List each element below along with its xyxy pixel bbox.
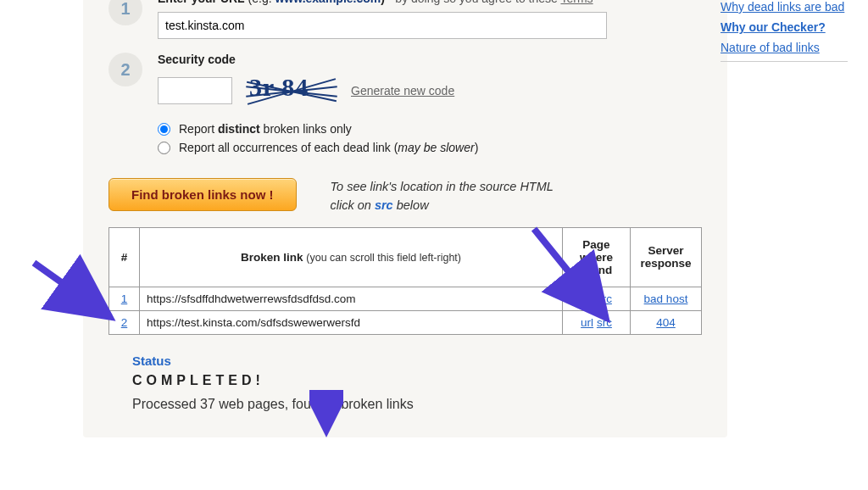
page-src-link[interactable]: src bbox=[597, 292, 612, 305]
step-1-row: 1 Enter your URL (e.g. www.example.com) … bbox=[108, 0, 702, 39]
url-input[interactable] bbox=[158, 12, 607, 39]
radio-distinct[interactable] bbox=[158, 123, 170, 136]
sidebar-divider bbox=[721, 61, 848, 62]
page-src-link[interactable]: src bbox=[597, 316, 612, 329]
sidebar-link-bad[interactable]: Why dead links are bad bbox=[721, 0, 848, 14]
action-row: Find broken links now ! To see link's lo… bbox=[108, 178, 702, 215]
page-url-link[interactable]: url bbox=[581, 316, 593, 329]
col-page: Page where found bbox=[563, 227, 631, 287]
sidebar-links: Why dead links are bad Why our Checker? … bbox=[721, 0, 848, 62]
find-links-button[interactable]: Find broken links now ! bbox=[108, 178, 297, 211]
col-resp: Server response bbox=[631, 227, 702, 287]
status-label: Status bbox=[132, 354, 702, 368]
table-row: 2 https://test.kinsta.com/sdfsdswewerwer… bbox=[109, 310, 702, 334]
status-result: Processed 37 web pages, found 2 broken l… bbox=[132, 397, 702, 412]
captcha-image: 3r 84 bbox=[249, 73, 334, 109]
row-num-link[interactable]: 2 bbox=[121, 316, 128, 329]
broken-url-cell: https://test.kinsta.com/sdfsdswewerwersf… bbox=[140, 310, 563, 334]
col-broken: Broken link (you can scroll this field l… bbox=[140, 227, 563, 287]
terms-link[interactable]: Terms bbox=[560, 0, 593, 5]
row-num-link[interactable]: 1 bbox=[121, 292, 128, 305]
radio-distinct-row[interactable]: Report distinct broken links only bbox=[158, 122, 702, 136]
radio-all[interactable] bbox=[158, 142, 170, 154]
sidebar-link-nature[interactable]: Nature of bad links bbox=[721, 41, 848, 54]
step-2-badge: 2 bbox=[108, 53, 142, 86]
src-hint-text: To see link's location in the source HTM… bbox=[331, 178, 554, 215]
table-header-row: # Broken link (you can scroll this field… bbox=[109, 227, 702, 287]
results-table: # Broken link (you can scroll this field… bbox=[108, 227, 702, 335]
radio-all-row[interactable]: Report all occurrences of each dead link… bbox=[158, 141, 702, 154]
broken-url-cell: https://sfsdffdhdwetwerrewsfdsdfdsd.com bbox=[140, 287, 563, 310]
step-1-badge: 1 bbox=[108, 0, 142, 25]
generate-code-link[interactable]: Generate new code bbox=[351, 84, 454, 97]
sidebar-link-checker[interactable]: Why our Checker? bbox=[721, 20, 848, 34]
response-link[interactable]: bad host bbox=[644, 292, 688, 305]
url-field-label: Enter your URL (e.g. www.example.com) - … bbox=[158, 0, 702, 5]
step-2-row: 2 Security code 3r 84 Generate new code bbox=[108, 53, 702, 109]
report-options: Report distinct broken links only Report… bbox=[158, 122, 702, 154]
status-completed: COMPLETED! bbox=[132, 373, 702, 388]
table-row: 1 https://sfsdffdhdwetwerrewsfdsdfdsd.co… bbox=[109, 287, 702, 310]
col-num: # bbox=[109, 227, 140, 287]
security-code-input[interactable] bbox=[158, 77, 232, 104]
status-block: Status COMPLETED! Processed 37 web pages… bbox=[132, 354, 702, 412]
security-code-label: Security code bbox=[158, 53, 702, 66]
main-form-panel: 1 Enter your URL (e.g. www.example.com) … bbox=[83, 0, 727, 437]
page-url-link[interactable]: url bbox=[581, 292, 593, 305]
response-link[interactable]: 404 bbox=[656, 316, 676, 329]
